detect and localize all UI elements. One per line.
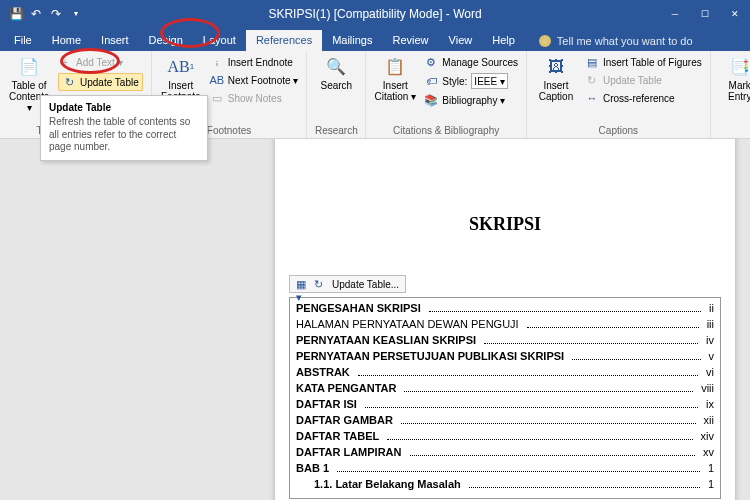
next-footnote-button[interactable]: ABNext Footnote ▾ <box>208 72 301 88</box>
tab-view[interactable]: View <box>439 30 483 51</box>
toc-leader <box>365 399 698 408</box>
document-workspace: SKRIPSI ▦ ▾ ↻ Update Table... PENGESAHAN… <box>0 139 750 500</box>
toc-entry-label: DAFTAR GAMBAR <box>296 414 397 426</box>
ribbon-tabs: File Home Insert Design Layout Reference… <box>0 27 750 51</box>
toc-leader <box>404 383 693 392</box>
toc-entry-page: xiv <box>697 430 714 442</box>
tab-help[interactable]: Help <box>482 30 525 51</box>
citation-icon: 📋 <box>384 56 406 78</box>
tell-me-label: Tell me what you want to do <box>557 35 693 47</box>
screentip-body: Refresh the table of contents so all ent… <box>49 116 199 154</box>
citation-style-dropdown[interactable]: 🏷Style:IEEE ▾ <box>422 72 520 90</box>
toc-entry-label: DAFTAR TABEL <box>296 430 383 442</box>
toc-entry-page: iv <box>702 334 714 346</box>
manage-sources-icon: ⚙ <box>424 55 438 69</box>
crossref-icon: ↔ <box>585 91 599 105</box>
toc-entry[interactable]: PENGESAHAN SKRIPSIii <box>296 300 714 316</box>
tab-layout[interactable]: Layout <box>193 30 246 51</box>
update-table-button[interactable]: ↻ Update Table <box>56 72 145 92</box>
toc-field-header[interactable]: ▦ ▾ ↻ Update Table... <box>289 275 406 293</box>
toc-entry-page: 1 <box>704 478 714 490</box>
insert-endnote-button[interactable]: ᵢInsert Endnote <box>208 54 301 70</box>
mark-entry-button[interactable]: 📑 Mark Entry <box>717 54 750 102</box>
toc-leader <box>429 303 701 312</box>
manage-sources-button[interactable]: ⚙Manage Sources <box>422 54 520 70</box>
toc-update-label: Update Table... <box>332 279 399 290</box>
show-notes-button[interactable]: ▭Show Notes <box>208 90 301 106</box>
bibliography-button[interactable]: 📚Bibliography ▾ <box>422 92 520 108</box>
toc-entry-page: ii <box>705 302 714 314</box>
window-title: SKRIPSI(1) [Compatibility Mode] - Word <box>268 7 481 21</box>
close-button[interactable]: ✕ <box>720 0 750 27</box>
toc-entry-label: 1.1. Latar Belakang Masalah <box>296 478 465 490</box>
toc-field[interactable]: PENGESAHAN SKRIPSIiiHALAMAN PERNYATAAN D… <box>289 297 721 499</box>
update-tof-icon: ↻ <box>585 73 599 87</box>
toc-entry[interactable]: DAFTAR LAMPIRANxv <box>296 444 714 460</box>
insert-citation-button[interactable]: 📋 Insert Citation ▾ <box>372 54 418 102</box>
group-index: 📑 Mark Entry ▤Insert Index ↻Update Index… <box>711 51 750 138</box>
toc-entry[interactable]: KATA PENGANTARviii <box>296 380 714 396</box>
toc-leader <box>337 463 700 472</box>
toc-leader <box>572 351 700 360</box>
caption-icon: 🖼 <box>545 56 567 78</box>
toc-entry-label: BAB 1 <box>296 462 333 474</box>
toc-leader <box>387 431 692 440</box>
tell-me[interactable]: Tell me what you want to do <box>531 31 701 51</box>
redo-icon[interactable]: ↷ <box>48 6 64 22</box>
toc-entry[interactable]: DAFTAR ISIix <box>296 396 714 412</box>
qat-customize-icon[interactable]: ▾ <box>68 6 84 22</box>
toc-entry-page: ix <box>702 398 714 410</box>
toc-entry-page: vi <box>702 366 714 378</box>
tab-file[interactable]: File <box>4 30 42 51</box>
document-page: SKRIPSI ▦ ▾ ↻ Update Table... PENGESAHAN… <box>275 139 735 500</box>
group-captions: 🖼 Insert Caption ▤Insert Table of Figure… <box>527 51 711 138</box>
add-text-button[interactable]: + Add Text ▾ <box>56 54 145 70</box>
toc-leader <box>410 447 695 456</box>
tab-review[interactable]: Review <box>383 30 439 51</box>
tab-insert[interactable]: Insert <box>91 30 139 51</box>
toc-entry-label: DAFTAR ISI <box>296 398 361 410</box>
toc-entry[interactable]: PERNYATAAN KEASLIAN SKRIPSIiv <box>296 332 714 348</box>
screentip: Update Table Refresh the table of conten… <box>40 95 208 161</box>
toc-entry[interactable]: BAB 11 <box>296 460 714 476</box>
title-bar: 💾 ↶ ↷ ▾ SKRIPSI(1) [Compatibility Mode] … <box>0 0 750 27</box>
toc-entry[interactable]: HALAMAN PERNYATAAN DEWAN PENGUJIiii <box>296 316 714 332</box>
toc-entry-label: PERNYATAAN PERSETUJUAN PUBLIKASI SKRIPSI <box>296 350 568 362</box>
toc-entry-page: 1 <box>704 462 714 474</box>
group-citations: 📋 Insert Citation ▾ ⚙Manage Sources 🏷Sty… <box>366 51 527 138</box>
toc-entry[interactable]: ABSTRAKvi <box>296 364 714 380</box>
toc-entry[interactable]: DAFTAR TABELxiv <box>296 428 714 444</box>
toc-entry[interactable]: 1.1. Latar Belakang Masalah1 <box>296 476 714 492</box>
toc-leader <box>401 415 696 424</box>
save-icon[interactable]: 💾 <box>8 6 24 22</box>
tab-design[interactable]: Design <box>139 30 193 51</box>
group-label-research: Research <box>313 124 359 136</box>
update-table-icon: ↻ <box>62 75 76 89</box>
tab-mailings[interactable]: Mailings <box>322 30 382 51</box>
undo-icon[interactable]: ↶ <box>28 6 44 22</box>
document-title: SKRIPSI <box>315 214 695 235</box>
update-tof-button[interactable]: ↻Update Table <box>583 72 704 88</box>
toc-entry[interactable]: PERNYATAAN PERSETUJUAN PUBLIKASI SKRIPSI… <box>296 348 714 364</box>
insert-tof-button[interactable]: ▤Insert Table of Figures <box>583 54 704 70</box>
toc-entry-page: xv <box>699 446 714 458</box>
cross-reference-button[interactable]: ↔Cross-reference <box>583 90 704 106</box>
lightbulb-icon <box>539 35 551 47</box>
toc-leader <box>469 479 700 488</box>
group-label-captions: Captions <box>533 124 704 136</box>
minimize-button[interactable]: ─ <box>660 0 690 27</box>
insert-caption-button[interactable]: 🖼 Insert Caption <box>533 54 579 102</box>
toc-entry-label: HALAMAN PERNYATAAN DEWAN PENGUJI <box>296 318 523 330</box>
search-button[interactable]: 🔍 Search <box>313 54 359 91</box>
add-text-icon: + <box>58 55 72 69</box>
maximize-button[interactable]: ☐ <box>690 0 720 27</box>
toc-entry-label: PENGESAHAN SKRIPSI <box>296 302 425 314</box>
toc-leader <box>358 367 698 376</box>
tab-references[interactable]: References <box>246 30 322 51</box>
toc-entry[interactable]: DAFTAR GAMBARxii <box>296 412 714 428</box>
toc-entry-page: iii <box>703 318 714 330</box>
tab-home[interactable]: Home <box>42 30 91 51</box>
toc-menu-icon: ▦ ▾ <box>296 278 308 290</box>
toc-entry-label: PERNYATAAN KEASLIAN SKRIPSI <box>296 334 480 346</box>
quick-access-toolbar: 💾 ↶ ↷ ▾ <box>0 6 92 22</box>
